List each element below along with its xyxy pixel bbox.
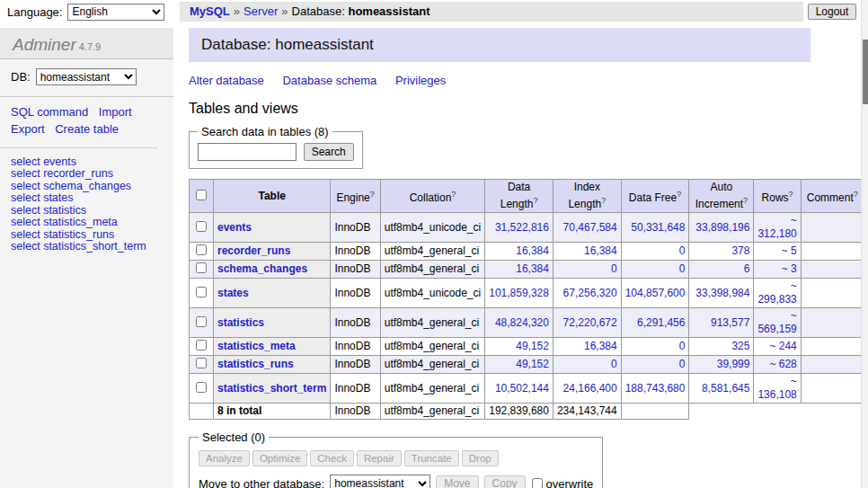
- index-length-cell-link[interactable]: 67,256,320: [563, 287, 617, 299]
- data-free-cell-link[interactable]: 50,331,648: [631, 221, 685, 234]
- rows-cell-link[interactable]: ~ 244: [769, 340, 796, 352]
- data-free-cell-link[interactable]: 0: [679, 358, 686, 370]
- help-link[interactable]: ?: [743, 196, 748, 205]
- db-action-alter-database[interactable]: Alter database: [189, 74, 264, 87]
- index-length-cell-link[interactable]: 70,467,584: [563, 221, 617, 234]
- db-select[interactable]: homeassistant: [36, 68, 137, 85]
- data-free-cell-link[interactable]: 0: [679, 262, 686, 275]
- rows-cell-link[interactable]: ~ 569,159: [757, 309, 796, 335]
- sidebar-table-link-select-schema-changes[interactable]: select schema_changes: [11, 181, 163, 193]
- language-select[interactable]: English: [67, 4, 164, 21]
- table-link-schema-changes[interactable]: schema_changes: [217, 262, 307, 275]
- sidebar-link-create-table[interactable]: Create table: [55, 122, 119, 136]
- logout-button[interactable]: Logout: [808, 4, 857, 20]
- sidebar-table-link-select-statistics-short-term[interactable]: select statistics_short_term: [11, 241, 163, 253]
- rows-cell-link[interactable]: ~ 5: [782, 244, 797, 257]
- sidebar-table-link-select-statistics[interactable]: select statistics: [11, 205, 163, 217]
- rows-cell-link[interactable]: ~ 299,833: [757, 279, 796, 306]
- sidebar-table-link-select-events[interactable]: select events: [11, 156, 163, 169]
- vertical-scrollbar[interactable]: [861, 0, 868, 488]
- help-link[interactable]: ?: [789, 190, 793, 199]
- db-action-database-schema[interactable]: Database schema: [282, 74, 376, 87]
- data-free-cell-link[interactable]: 6,291,456: [637, 316, 685, 329]
- index-length-cell-link[interactable]: 0: [611, 262, 617, 275]
- search-button[interactable]: Search: [304, 143, 354, 161]
- data-length-cell-link[interactable]: 48,824,320: [495, 316, 549, 329]
- move-db-select[interactable]: homeassistant: [330, 475, 430, 488]
- sidebar-link-sql-command[interactable]: SQL command: [11, 105, 88, 119]
- data-length-cell-link[interactable]: 16,384: [516, 244, 549, 257]
- help-link[interactable]: ?: [533, 196, 537, 205]
- auto-increment-cell-link[interactable]: 33,398,984: [695, 287, 749, 299]
- index-length-cell-link[interactable]: 72,220,672: [563, 316, 617, 329]
- drop-button[interactable]: Drop: [462, 450, 499, 466]
- optimize-button[interactable]: Optimize: [252, 450, 307, 466]
- data-free-cell-link[interactable]: 188,743,680: [625, 382, 686, 395]
- index-length-cell-link[interactable]: 16,384: [584, 340, 617, 352]
- rows-cell-link[interactable]: ~ 3: [782, 262, 797, 275]
- row-checkbox[interactable]: [196, 340, 207, 350]
- data-length-cell-link[interactable]: 31,522,816: [495, 221, 549, 234]
- table-link-recorder-runs[interactable]: recorder_runs: [217, 244, 290, 257]
- auto-increment-cell-link[interactable]: 8,581,645: [702, 382, 749, 395]
- sidebar-table-link-select-states[interactable]: select states: [11, 192, 163, 205]
- table-link-statistics-short-term[interactable]: statistics_short_term: [217, 382, 326, 395]
- data-length-cell-link[interactable]: 16,384: [516, 262, 549, 275]
- rows-cell-link[interactable]: ~ 628: [769, 358, 796, 370]
- row-checkbox[interactable]: [196, 287, 207, 297]
- copy-button[interactable]: Copy: [484, 475, 526, 488]
- table-link-events[interactable]: events: [217, 221, 252, 234]
- search-input[interactable]: [198, 143, 297, 161]
- table-link-states[interactable]: states: [217, 287, 249, 299]
- data-length-cell-link[interactable]: 101,859,328: [489, 287, 549, 299]
- auto-increment-cell-link[interactable]: 325: [731, 340, 749, 352]
- data-free-cell-link[interactable]: 104,857,600: [625, 287, 686, 299]
- move-button[interactable]: Move: [436, 475, 478, 488]
- data-length-cell-link[interactable]: 10,502,144: [495, 382, 549, 395]
- sidebar-link-import[interactable]: Import: [99, 105, 132, 119]
- auto-increment-cell-link[interactable]: 6: [744, 262, 750, 275]
- db-action-privileges[interactable]: Privileges: [395, 74, 446, 87]
- help-link[interactable]: ?: [854, 190, 858, 199]
- select-all-checkbox[interactable]: [196, 190, 207, 200]
- help-link[interactable]: ?: [601, 196, 606, 205]
- repair-button[interactable]: Repair: [357, 450, 402, 466]
- auto-increment-cell-link[interactable]: 913,577: [711, 316, 749, 329]
- rows-cell-link[interactable]: ~ 136,108: [757, 375, 796, 401]
- breadcrumb-server-link[interactable]: Server: [244, 4, 278, 18]
- index-length-cell-link[interactable]: 16,384: [584, 244, 617, 257]
- app-title[interactable]: Adminer: [13, 35, 76, 54]
- row-checkbox[interactable]: [196, 358, 207, 368]
- sidebar-table-link-select-statistics-meta[interactable]: select statistics_meta: [11, 217, 163, 229]
- help-link[interactable]: ?: [677, 190, 681, 199]
- sidebar-table-link-select-statistics-runs[interactable]: select statistics_runs: [11, 229, 163, 242]
- sidebar-table-link-select-recorder-runs[interactable]: select recorder_runs: [11, 168, 163, 181]
- index-length-cell-link[interactable]: 0: [611, 358, 617, 370]
- data-length-cell-link[interactable]: 49,152: [516, 340, 549, 352]
- sidebar-link-export[interactable]: Export: [11, 122, 45, 136]
- auto-increment-cell-link[interactable]: 33,898,196: [695, 221, 749, 234]
- help-link[interactable]: ?: [370, 190, 375, 199]
- row-checkbox[interactable]: [196, 316, 207, 327]
- data-length-cell-link[interactable]: 49,152: [516, 358, 549, 370]
- breadcrumb-mysql-link[interactable]: MySQL: [190, 4, 230, 18]
- truncate-button[interactable]: Truncate: [404, 450, 459, 466]
- help-link[interactable]: ?: [451, 190, 456, 199]
- overwrite-checkbox[interactable]: [532, 478, 543, 488]
- row-checkbox[interactable]: [196, 244, 207, 255]
- scrollbar-thumb[interactable]: [863, 40, 868, 104]
- row-checkbox[interactable]: [196, 221, 207, 232]
- index-length-cell-link[interactable]: 24,166,400: [563, 382, 617, 395]
- auto-increment-cell-link[interactable]: 39,999: [717, 358, 750, 370]
- row-checkbox[interactable]: [196, 262, 207, 273]
- analyze-button[interactable]: Analyze: [199, 450, 250, 466]
- table-link-statistics-runs[interactable]: statistics_runs: [217, 358, 294, 370]
- check-button[interactable]: Check: [310, 450, 354, 466]
- auto-increment-cell-link[interactable]: 378: [731, 244, 749, 257]
- data-free-cell-link[interactable]: 0: [679, 340, 686, 352]
- row-checkbox[interactable]: [196, 382, 207, 393]
- table-link-statistics[interactable]: statistics: [217, 316, 264, 329]
- rows-cell-link[interactable]: ~ 312,180: [757, 214, 796, 240]
- table-link-statistics-meta[interactable]: statistics_meta: [217, 340, 296, 352]
- data-free-cell-link[interactable]: 0: [679, 244, 686, 257]
